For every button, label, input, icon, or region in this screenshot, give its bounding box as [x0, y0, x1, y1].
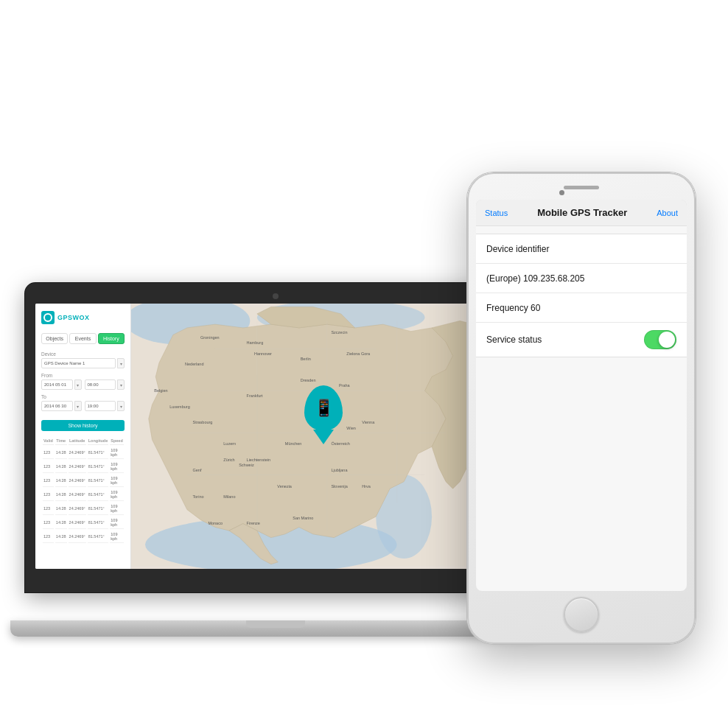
phone-home-button[interactable] [564, 597, 599, 632]
table-row: 12314:2824.2469°81.5471°109 kph [43, 517, 124, 529]
phone-row-service-status: Service status [476, 323, 687, 357]
device-arrow[interactable]: ▾ [117, 358, 125, 368]
phone-nav-title: Mobile GPS Tracker [537, 207, 627, 218]
service-status-label: Service status [486, 335, 542, 345]
from-time-arrow[interactable]: ▾ [117, 379, 125, 390]
laptop-screen: GPSWOX Objects Events History Device GPS… [35, 304, 516, 569]
service-status-toggle[interactable] [644, 330, 676, 349]
phone-row-frequency: Frequency 60 [476, 293, 687, 323]
map-pin: 📱 [304, 385, 343, 431]
phone-nav-bar: Status Mobile GPS Tracker About [476, 200, 687, 226]
tab-objects[interactable]: Objects [41, 333, 68, 344]
app-sidebar: GPSWOX Objects Events History Device GPS… [35, 304, 131, 569]
ip-value-label: (Europe) 109.235.68.205 [486, 273, 584, 284]
from-row: 2014 05 01 ▾ 08:00 ▾ [41, 379, 125, 390]
laptop: GPSWOX Objects Events History Device GPS… [25, 283, 526, 637]
to-date-arrow[interactable]: ▾ [74, 401, 82, 411]
tab-events[interactable]: Events [69, 333, 96, 344]
phone-nav-about[interactable]: About [657, 209, 678, 217]
phone-screen: Status Mobile GPS Tracker About Device i… [476, 200, 687, 591]
frequency-label: Frequency 60 [486, 303, 540, 313]
from-time-input[interactable]: 08:00 [85, 379, 116, 390]
phone-camera [559, 190, 564, 195]
phone: Status Mobile GPS Tracker About Device i… [467, 172, 696, 644]
from-label: From [41, 373, 125, 378]
nav-tabs: Objects Events History [41, 333, 125, 344]
device-identifier-label: Device identifier [486, 244, 549, 254]
pin-body: 📱 [304, 385, 343, 431]
col-lon: Longitude [88, 437, 109, 445]
phone-nav-status[interactable]: Status [485, 209, 508, 217]
data-table: Valid Time Latitude Longitude Speed 1231… [41, 435, 125, 545]
col-speed: Speed [110, 437, 124, 445]
pin-phone-icon: 📱 [314, 399, 334, 418]
logo-text: GPSWOX [57, 314, 90, 321]
map-area: NederlandHamburgBerlinFrankfurtMünchenWi… [131, 304, 516, 569]
laptop-screen-outer: GPSWOX Objects Events History Device GPS… [25, 283, 526, 592]
logo-suffix: WOX [73, 314, 90, 321]
to-date-input[interactable]: 2014 06 30 [41, 401, 73, 411]
table-row: 12314:2824.2469°81.5471°109 kph [43, 475, 124, 487]
phone-content: Device identifier (Europe) 109.235.68.20… [476, 226, 687, 591]
to-time-input[interactable]: 19:00 [85, 401, 116, 411]
phone-section: Device identifier (Europe) 109.235.68.20… [476, 234, 687, 357]
tab-history[interactable]: History [98, 333, 125, 344]
scene: GPSWOX Objects Events History Device GPS… [10, 47, 718, 681]
logo-prefix: GPS [57, 314, 73, 321]
table-row: 12314:2824.2469°81.5471°109 kph [43, 489, 124, 501]
col-lat: Latitude [69, 437, 86, 445]
from-form-group: From 2014 05 01 ▾ 08:00 ▾ [41, 373, 125, 390]
laptop-camera [273, 293, 279, 299]
table-row: 12314:2824.2469°81.5471°109 kph [43, 503, 124, 515]
to-row: 2014 06 30 ▾ 19:00 ▾ [41, 401, 125, 411]
col-time: Time [55, 437, 67, 445]
col-valid: Valid [43, 437, 54, 445]
phone-top [476, 186, 687, 194]
from-date-arrow[interactable]: ▾ [74, 379, 82, 390]
phone-row-device-identifier: Device identifier [476, 234, 687, 264]
to-form-group: To 2014 06 30 ▾ 19:00 ▾ [41, 394, 125, 411]
logo-icon [41, 311, 55, 324]
to-label: To [41, 394, 125, 399]
device-form-group: Device GPS Device Name 1 ▾ [41, 351, 125, 368]
show-history-button[interactable]: Show history [41, 420, 125, 431]
table-row: 12314:2824.2469°81.5471°109 kph [43, 531, 124, 543]
device-label: Device [41, 351, 125, 357]
phone-row-ip: (Europe) 109.235.68.205 [476, 264, 687, 293]
laptop-base [10, 620, 541, 637]
phone-speaker [564, 186, 599, 189]
app-logo: GPSWOX [41, 311, 125, 324]
table-row: 12314:2824.2469°81.5471°109 kph [43, 447, 124, 459]
table-row: 12314:2824.2469°81.5471°109 kph [43, 461, 124, 473]
device-row: GPS Device Name 1 ▾ [41, 358, 125, 368]
device-input[interactable]: GPS Device Name 1 [41, 358, 116, 368]
from-date-input[interactable]: 2014 05 01 [41, 379, 73, 390]
to-time-arrow[interactable]: ▾ [117, 401, 125, 411]
